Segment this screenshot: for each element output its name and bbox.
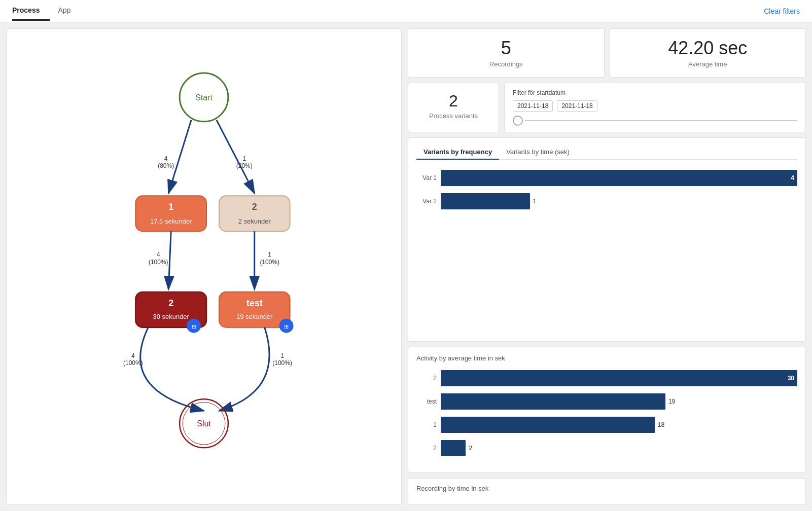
stats-row: 5 Recordings 42.20 sec Average time <box>408 28 806 78</box>
clear-filters-button[interactable]: Clear filters <box>764 7 800 15</box>
edge-label-start-right-2: (20%) <box>236 163 253 170</box>
var2-label: Var 2 <box>416 198 437 205</box>
filter-label: Filter för startdatum <box>513 89 797 96</box>
var1-track: 4 <box>441 170 797 186</box>
activity-track-1: 30 <box>441 370 797 386</box>
edge-label-1bot-2: (100%) <box>149 259 168 266</box>
edge-label-start-right-1: 1 <box>242 155 246 162</box>
start-label: Start <box>195 93 213 102</box>
svg-text:⊞: ⊞ <box>192 323 196 330</box>
var1-value: 4 <box>791 174 794 181</box>
edge-label-2top-2: (100%) <box>260 259 279 266</box>
activity-bar-row-2: test 19 <box>416 393 797 410</box>
activity-fill-2 <box>441 393 665 410</box>
activity-value-2: 19 <box>668 398 675 405</box>
activity-bar-chart: 2 30 test 19 <box>416 368 797 465</box>
activity-label-4: 2 <box>416 445 437 452</box>
var1-bar-row: Var 1 4 <box>416 170 797 186</box>
activity-value-4: 2 <box>469 445 472 452</box>
edge-bot-slut-2: (100%) <box>123 360 143 367</box>
activity-value-3: 18 <box>658 421 664 428</box>
activity-track-4: 2 <box>441 440 797 456</box>
var2-value: 1 <box>533 198 537 205</box>
node-2-top[interactable] <box>219 196 290 231</box>
node2bot-sub: 30 sekunder <box>153 313 190 320</box>
activity-title: Activity by average time in sek <box>416 354 797 362</box>
filter-card: Filter för startdatum 2021-11-18 2021-11… <box>504 83 806 132</box>
arrow-node2bot-slut <box>140 327 204 411</box>
node2bot-number: 2 <box>168 298 173 308</box>
process-panel: Start 4 (80%) 1 (20%) 1 17.5 sekunder 2 … <box>6 28 402 505</box>
activity-label-3: 1 <box>416 421 437 428</box>
filter-dates: 2021-11-18 2021-11-18 <box>513 100 797 112</box>
recording-title: Recording by time in sek <box>416 485 797 492</box>
top-tabs: Process App <box>12 1 89 21</box>
activity-fill-3 <box>441 417 655 433</box>
edge-label-start-left-1: 4 <box>164 155 168 162</box>
edge-label-start-left-2: (80%) <box>158 163 174 170</box>
activity-bar-row-1: 2 30 <box>416 370 797 386</box>
avg-time-value: 42.20 sec <box>620 38 796 58</box>
recordings-label: Recordings <box>418 60 594 68</box>
tab-variants-frequency[interactable]: Variants by frequency <box>416 145 499 160</box>
variants-chart-card: Variants by frequency Variants by time (… <box>408 137 806 342</box>
activity-track-2: 19 <box>441 393 797 410</box>
activity-fill-1: 30 <box>441 370 797 386</box>
node-1[interactable] <box>135 196 206 231</box>
arrow-start-node2top <box>217 120 255 194</box>
svg-text:⊞: ⊞ <box>284 323 289 330</box>
node2top-sub: 2 sekunder <box>238 217 271 225</box>
tab-process[interactable]: Process <box>12 1 50 21</box>
arrow-test-slut <box>219 327 269 411</box>
slut-label: Slut <box>197 419 211 428</box>
var1-label: Var 1 <box>416 174 437 181</box>
activity-value-1: 30 <box>788 375 794 382</box>
process-diagram: Start 4 (80%) 1 (20%) 1 17.5 sekunder 2 … <box>7 29 401 504</box>
var1-fill: 4 <box>441 170 797 186</box>
recordings-value: 5 <box>418 38 594 58</box>
slider-handle[interactable] <box>513 116 523 126</box>
avg-time-card: 42.20 sec Average time <box>610 28 806 78</box>
var2-fill <box>441 193 530 209</box>
right-panel: 5 Recordings 42.20 sec Average time 2 Pr… <box>408 28 806 505</box>
test-label: test <box>246 298 263 308</box>
edge-bot-slut-1: 4 <box>131 352 135 359</box>
main-layout: Start 4 (80%) 1 (20%) 1 17.5 sekunder 2 … <box>0 22 812 511</box>
arrow-node1-node2bot <box>168 231 171 289</box>
avg-time-label: Average time <box>620 60 796 68</box>
edge-test-slut-1: 1 <box>280 352 284 359</box>
edge-label-1bot-1: 4 <box>157 251 160 258</box>
process-variants-card: 2 Process variants <box>408 83 499 132</box>
slider-track <box>525 120 797 121</box>
activity-track-3: 18 <box>441 417 797 433</box>
activity-bar-row-4: 2 2 <box>416 440 797 456</box>
node1-number: 1 <box>168 202 173 212</box>
activity-section: Activity by average time in sek 2 30 tes… <box>408 347 806 473</box>
process-variants-label: Process variants <box>418 112 488 120</box>
var2-track: 1 <box>441 193 797 209</box>
node1-sub: 17.5 sekunder <box>150 217 192 225</box>
filter-slider[interactable] <box>513 116 797 126</box>
activity-bar-row-3: 1 18 <box>416 417 797 433</box>
tab-variants-time[interactable]: Variants by time (sek) <box>499 145 577 160</box>
test-sub: 19 sekunder <box>236 313 273 320</box>
filter-date-to[interactable]: 2021-11-18 <box>557 100 597 112</box>
activity-label-2: test <box>416 398 437 405</box>
recording-section: Recording by time in sek <box>408 478 806 505</box>
node-test[interactable] <box>219 292 290 327</box>
tab-app[interactable]: App <box>58 1 81 21</box>
middle-row: 2 Process variants Filter för startdatum… <box>408 83 806 132</box>
variant-chart-tabs: Variants by frequency Variants by time (… <box>416 145 797 160</box>
edge-label-2top-1: 1 <box>268 251 271 258</box>
recordings-card: 5 Recordings <box>408 28 605 78</box>
process-variants-value: 2 <box>418 92 488 110</box>
node2top-number: 2 <box>252 202 257 212</box>
var2-bar-row: Var 2 1 <box>416 193 797 209</box>
arrow-start-node1 <box>168 120 191 194</box>
filter-date-from[interactable]: 2021-11-18 <box>513 100 553 112</box>
top-bar: Process App Clear filters <box>0 0 812 22</box>
edge-test-slut-2: (100%) <box>272 360 292 367</box>
activity-fill-4 <box>441 440 466 456</box>
variant-bar-chart: Var 1 4 Var 2 1 <box>416 168 797 218</box>
activity-label-1: 2 <box>416 375 437 382</box>
